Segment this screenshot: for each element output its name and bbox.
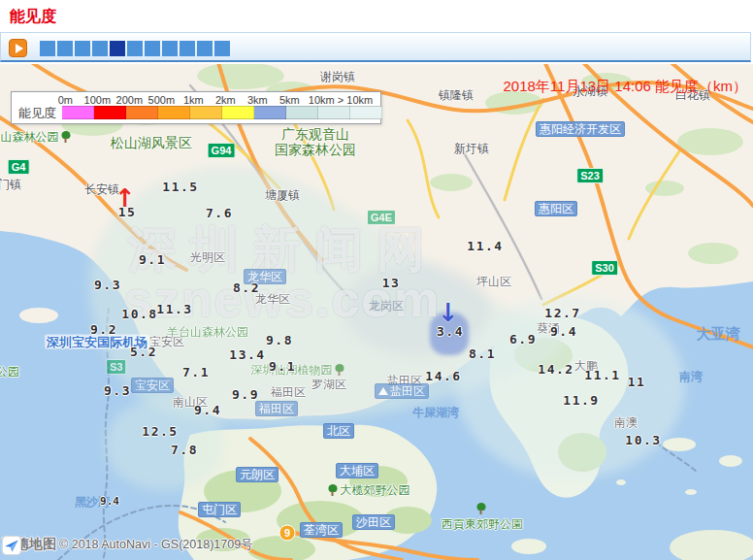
timeline-squares bbox=[40, 41, 230, 56]
place-label: 门镇 bbox=[0, 179, 21, 190]
timeline-step[interactable] bbox=[214, 41, 230, 56]
place-label: 塘厦镇 bbox=[265, 189, 300, 201]
place-label: 广东观音山 bbox=[281, 127, 349, 141]
visibility-value: 12.5 bbox=[142, 424, 178, 439]
place-label: 公园 bbox=[0, 366, 19, 378]
place-label: 南澳 bbox=[614, 416, 638, 428]
place-label: 松山湖风景区 bbox=[111, 136, 192, 149]
visibility-value: 14.2 bbox=[538, 362, 573, 377]
place-label: 南湾 bbox=[679, 371, 703, 382]
tree-icon bbox=[61, 131, 72, 143]
timeline-step[interactable] bbox=[180, 41, 195, 56]
place-label: 新圩镇 bbox=[454, 143, 489, 154]
arrow-down-icon: ↓ bbox=[438, 298, 459, 327]
visibility-value: 8.2 bbox=[233, 280, 260, 295]
place-label: 山森林公园 bbox=[1, 131, 74, 143]
visibility-value: 11.5 bbox=[162, 180, 198, 194]
timeline-step[interactable] bbox=[57, 41, 73, 56]
place-label: 罗湖区 bbox=[311, 379, 346, 390]
visibility-value: 9.4 bbox=[550, 324, 577, 339]
copyright-text: © 2018 AutoNavi - GS(2018)1709号 bbox=[59, 537, 253, 553]
place-label: 光明区 bbox=[190, 251, 225, 263]
place-label: 谢岗镇 bbox=[320, 71, 355, 82]
arrow-up-icon: ↑ bbox=[115, 183, 136, 213]
play-button[interactable] bbox=[9, 39, 27, 57]
place-label: 大榄郊野公园 bbox=[326, 484, 410, 496]
mountain-icon bbox=[378, 387, 388, 395]
place-label: 牛屎湖湾 bbox=[412, 407, 459, 418]
legend-title: 能见度 bbox=[18, 105, 56, 122]
visibility-value: 10.3 bbox=[625, 433, 661, 447]
place-label: 福田区 bbox=[271, 386, 306, 398]
tree-icon bbox=[476, 503, 487, 514]
road-badge: G4E bbox=[367, 210, 396, 225]
visibility-value: 11.9 bbox=[563, 393, 599, 408]
place-label: 大亚湾 bbox=[697, 326, 740, 341]
legend-swatch bbox=[318, 106, 350, 119]
visibility-value: 9.1 bbox=[269, 359, 296, 374]
timeline-step[interactable] bbox=[127, 41, 143, 56]
place-label: 荃湾区 bbox=[300, 522, 343, 538]
place-label: 龙华区 bbox=[255, 293, 290, 305]
legend-stop-label: 1km bbox=[178, 94, 210, 106]
road-badge: 9 bbox=[279, 525, 296, 542]
place-label: 盐田区 bbox=[375, 383, 429, 399]
visibility-value: 9.2 bbox=[90, 322, 117, 337]
legend-swatch bbox=[254, 106, 286, 119]
place-label: 坪山区 bbox=[476, 276, 511, 287]
road-badge: S30 bbox=[591, 260, 618, 276]
timeline-step[interactable] bbox=[75, 41, 90, 56]
place-label: 北区 bbox=[323, 423, 354, 439]
legend-stop-label: 200m bbox=[114, 94, 146, 106]
legend-swatch bbox=[126, 106, 158, 119]
legend-stop-label: 5km bbox=[274, 94, 306, 106]
visibility-value: 12.7 bbox=[544, 306, 580, 320]
page-title: 能见度 bbox=[10, 7, 56, 27]
place-label: 大埔区 bbox=[336, 463, 378, 478]
legend-stop-label: > 10km bbox=[338, 94, 370, 106]
place-label: 西貢東郊野公園 bbox=[442, 518, 523, 530]
visibility-value: 7.1 bbox=[182, 365, 210, 379]
timeline-step[interactable] bbox=[92, 41, 108, 56]
visibility-value: 14.6 bbox=[425, 369, 461, 383]
timeline-step[interactable] bbox=[145, 41, 160, 56]
legend-stop-label: 0m bbox=[49, 94, 82, 106]
map-attribution: 高德地图 © 2018 AutoNavi - GS(2018)1709号 bbox=[2, 536, 253, 553]
visibility-value: 8.1 bbox=[469, 346, 496, 361]
place-label: 惠阳经济开发区 bbox=[536, 121, 625, 137]
place-label: 屯门区 bbox=[198, 502, 241, 517]
visibility-value: 7.8 bbox=[171, 443, 198, 457]
visibility-value: 9.3 bbox=[94, 278, 121, 292]
map-label-layer: 深圳新闻网 sznews.com 长安镇塘厦镇谢岗镇镇隆镇永湖镇白花镇新圩镇门镇… bbox=[0, 64, 753, 560]
timeline-step[interactable] bbox=[40, 41, 55, 56]
visibility-value: 13.4 bbox=[229, 347, 265, 362]
visibility-app: 能见度 bbox=[0, 0, 753, 560]
visibility-value: 9.8 bbox=[266, 333, 293, 347]
legend-swatch bbox=[190, 106, 222, 119]
legend-panel: 能见度 0m100m200m500m1km2km3km5km10km> 10km bbox=[11, 91, 381, 124]
tree-icon bbox=[328, 484, 339, 496]
visibility-value: 10.8 bbox=[121, 307, 157, 321]
play-icon bbox=[16, 44, 23, 53]
visibility-value: 7.6 bbox=[206, 206, 233, 220]
place-label: 宝安区 bbox=[131, 378, 174, 393]
visibility-value: 9.4 bbox=[194, 403, 221, 417]
visibility-value: 6.9 bbox=[509, 332, 537, 346]
place-label: 惠阳区 bbox=[535, 201, 577, 216]
legend-stop-label: 10km bbox=[306, 94, 338, 106]
legend-stop-label: 100m bbox=[82, 94, 114, 106]
place-label: 沙田区 bbox=[352, 514, 395, 530]
place-label: 国家森林公园 bbox=[275, 143, 356, 156]
visibility-value: 11 bbox=[628, 375, 646, 389]
visibility-value: 5.2 bbox=[130, 345, 157, 359]
visibility-value: 9.3 bbox=[104, 383, 131, 398]
place-label: 羊台山森林公园 bbox=[167, 326, 248, 338]
timeline-step[interactable] bbox=[197, 41, 213, 56]
legend-stop-label: 3km bbox=[242, 94, 274, 106]
visibility-value: 11.3 bbox=[156, 302, 192, 316]
timeline-step-active[interactable] bbox=[110, 41, 125, 56]
amap-logo-icon[interactable] bbox=[2, 536, 21, 555]
timeline-step[interactable] bbox=[162, 41, 178, 56]
legend-swatch bbox=[158, 106, 190, 119]
map-container[interactable]: 深圳新闻网 sznews.com 长安镇塘厦镇谢岗镇镇隆镇永湖镇白花镇新圩镇门镇… bbox=[0, 64, 753, 560]
